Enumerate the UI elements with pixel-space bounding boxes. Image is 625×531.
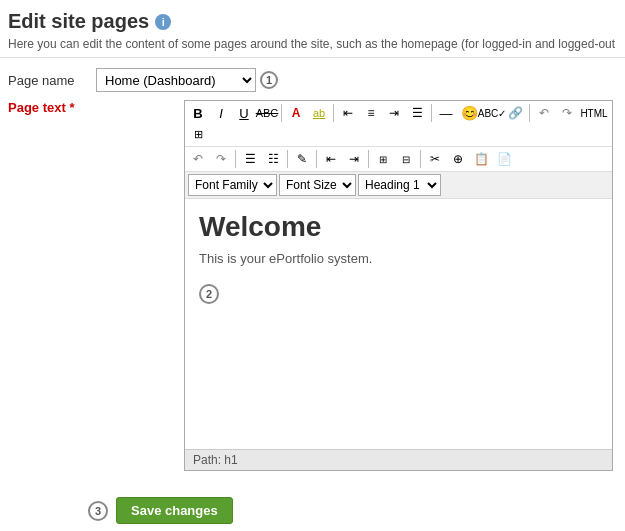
indent-more-button[interactable]: ⇥ [343,149,365,169]
editor-paragraph: This is your ePortfolio system. [199,251,598,266]
expand-button[interactable]: ⊞ [187,124,209,144]
edit-button[interactable]: ✎ [291,149,313,169]
smiley-button[interactable]: 😊 [458,103,480,123]
paste-text-button[interactable]: 📄 [493,149,515,169]
paste-button[interactable]: 📋 [470,149,492,169]
page-name-label: Page name [8,73,88,88]
table-props-button[interactable]: ⊟ [395,149,417,169]
align-center-button[interactable]: ≡ [360,103,382,123]
sep-7 [316,150,317,168]
bold-button[interactable]: B [187,103,209,123]
cut-button[interactable]: ✂ [424,149,446,169]
info-icon[interactable]: i [155,14,171,30]
toolbar-row-1: B I U ABC A ab ⇤ ≡ ⇥ ☰ — 😊 ABC✓ 🔗 ↶ ↷ [185,101,612,147]
redo-button[interactable]: ↷ [556,103,578,123]
sep-4 [529,104,530,122]
editor-heading: Welcome [199,211,598,243]
page-name-select-group: Home (Dashboard) About Help 1 [96,68,278,92]
page-text-row: Page text * B I U ABC A ab ⇤ ≡ ⇥ ☰ — 😊 A… [8,100,617,471]
editor-content[interactable]: Welcome This is your ePortfolio system. … [185,199,612,449]
html-button[interactable]: HTML [579,103,609,123]
editor-wrapper: B I U ABC A ab ⇤ ≡ ⇥ ☰ — 😊 ABC✓ 🔗 ↶ ↷ [184,100,613,471]
badge-3: 3 [88,501,108,521]
page-description: Here you can edit the content of some pa… [8,37,617,51]
editor-path: Path: h1 [185,449,612,470]
sep-2 [333,104,334,122]
sep-1 [281,104,282,122]
table-insert-button[interactable]: ⊞ [372,149,394,169]
badge-1: 1 [260,71,278,89]
redo2-button[interactable]: ↷ [210,149,232,169]
italic-button[interactable]: I [210,103,232,123]
sep-6 [287,150,288,168]
toolbar-row-2: ↶ ↷ ☰ ☷ ✎ ⇤ ⇥ ⊞ ⊟ ✂ ⊕ 📋 📄 [185,147,612,172]
toolbar-selects-row: Font Family Font Size Heading 1 Heading … [185,172,612,199]
sep-8 [368,150,369,168]
page-name-row: Page name Home (Dashboard) About Help 1 [8,68,617,92]
align-right-button[interactable]: ⇥ [383,103,405,123]
page-name-select[interactable]: Home (Dashboard) About Help [96,68,256,92]
heading-select[interactable]: Heading 1 Heading 2 Heading 3 Paragraph [358,174,441,196]
font-family-select[interactable]: Font Family [188,174,277,196]
sep-5 [235,150,236,168]
strikethrough-button[interactable]: ABC [256,103,278,123]
ul-button[interactable]: ☰ [239,149,261,169]
hr-button[interactable]: — [435,103,457,123]
indent-less-button[interactable]: ⇤ [320,149,342,169]
page-header: Edit site pages i Here you can edit the … [0,0,625,58]
highlight-button[interactable]: ab [308,103,330,123]
align-justify-button[interactable]: ☰ [406,103,428,123]
link-button[interactable]: 🔗 [504,103,526,123]
page-text-label: Page text * [8,100,88,115]
save-changes-button[interactable]: Save changes [116,497,233,524]
ol-button[interactable]: ☷ [262,149,284,169]
form-actions: 3 Save changes [0,489,625,531]
undo2-button[interactable]: ↶ [187,149,209,169]
font-color-button[interactable]: A [285,103,307,123]
badge-2: 2 [199,284,219,304]
undo-button[interactable]: ↶ [533,103,555,123]
copy-button[interactable]: ⊕ [447,149,469,169]
align-left-button[interactable]: ⇤ [337,103,359,123]
sep-9 [420,150,421,168]
spellcheck-button[interactable]: ABC✓ [481,103,503,123]
underline-button[interactable]: U [233,103,255,123]
sep-3 [431,104,432,122]
page-title: Edit site pages [8,10,149,33]
font-size-select[interactable]: Font Size [279,174,356,196]
